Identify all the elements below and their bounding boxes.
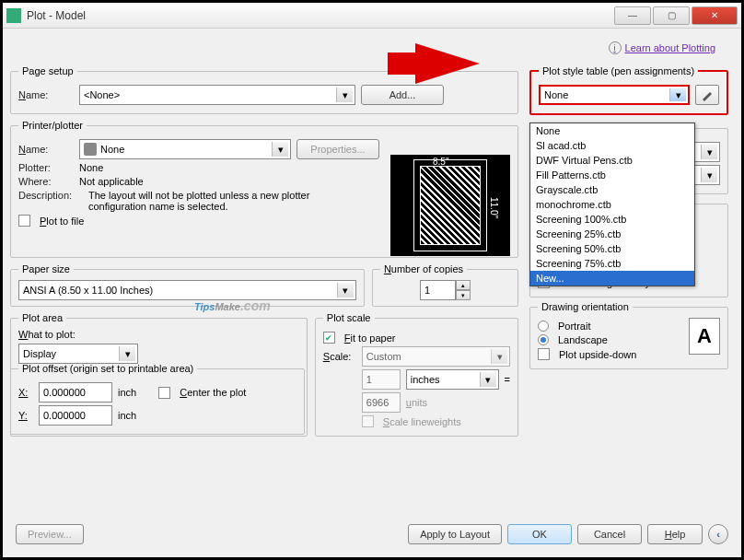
- equals-label: =: [505, 374, 510, 385]
- description-value: The layout will not be plotted unless a …: [88, 190, 328, 212]
- chevron-down-icon: ▾: [337, 283, 354, 298]
- dwg-units-input[interactable]: 6966: [362, 392, 401, 413]
- chevron-down-icon: ▾: [336, 88, 353, 102]
- window-title: Plot - Model: [27, 9, 614, 22]
- plot-style-option[interactable]: Screening 75%.ctb: [530, 256, 694, 271]
- plotter-label: Plotter:: [18, 162, 74, 173]
- chevron-down-icon: ▾: [701, 168, 717, 182]
- copies-input[interactable]: 1: [420, 280, 456, 300]
- printer-plotter-group: Printer/plotter Name: None ▾ Properties.…: [10, 120, 518, 258]
- paper-size-legend: Paper size: [18, 263, 74, 274]
- plot-dialog: Plot - Model — ▢ ✕ i Learn about Plottin…: [0, 0, 744, 560]
- plotter-value: None: [79, 162, 103, 173]
- what-to-plot-label: What to plot:: [18, 329, 299, 340]
- x-unit: inch: [118, 387, 136, 398]
- plot-offset-group: Plot offset (origin set to printable are…: [10, 363, 305, 435]
- scale-unit-dropdown[interactable]: inches▾: [406, 369, 499, 390]
- center-plot-checkbox[interactable]: [158, 387, 170, 399]
- landscape-radio[interactable]: [538, 334, 549, 345]
- scale-units-input[interactable]: 1: [362, 369, 401, 390]
- plot-area-legend: Plot area: [18, 312, 66, 323]
- fit-to-paper-label: Fit to paper: [344, 332, 396, 344]
- chevron-down-icon: ▾: [119, 346, 135, 361]
- drawing-orientation-group: Drawing orientation Portrait Landscape P…: [529, 301, 728, 369]
- orientation-preview-icon: A: [689, 318, 720, 355]
- x-label: X:: [18, 387, 33, 398]
- app-icon: [6, 8, 21, 23]
- properties-button[interactable]: Properties...: [296, 139, 379, 159]
- fit-to-paper-checkbox[interactable]: ✔: [323, 332, 335, 344]
- x-input[interactable]: 0.000000: [39, 382, 112, 402]
- plot-style-legend: Plot style table (pen assignments): [539, 65, 698, 76]
- chevron-down-icon: ▾: [669, 88, 686, 101]
- y-label: Y:: [18, 410, 33, 421]
- maximize-button[interactable]: ▢: [653, 6, 690, 25]
- chevron-down-icon: ▾: [701, 145, 717, 159]
- upside-down-label: Plot upside-down: [559, 349, 636, 360]
- printer-name-dropdown[interactable]: None ▾: [79, 139, 291, 159]
- learn-plotting-link[interactable]: i Learn about Plotting: [609, 41, 715, 54]
- plot-style-option[interactable]: Screening 100%.ctb: [530, 212, 694, 227]
- plot-style-option-new[interactable]: New...: [530, 271, 694, 286]
- scale-lineweights-checkbox[interactable]: [362, 415, 374, 427]
- chevron-down-icon: ▾: [491, 349, 507, 364]
- what-to-plot-dropdown[interactable]: Display ▾: [18, 344, 138, 364]
- chevron-down-icon: ▾: [480, 372, 496, 387]
- paper-size-dropdown[interactable]: ANSI A (8.50 x 11.00 Inches) ▾: [18, 280, 356, 300]
- plot-scale-group: Plot scale ✔Fit to paper Scale: Custom▾ …: [315, 312, 518, 437]
- printer-name-label: Name:: [18, 144, 74, 155]
- description-label: Description:: [18, 190, 83, 201]
- plot-to-file-checkbox[interactable]: [18, 215, 30, 227]
- chevron-down-icon: ▾: [272, 142, 288, 157]
- spinner-down[interactable]: ▾: [456, 290, 471, 300]
- plot-style-option[interactable]: Screening 50%.ctb: [530, 241, 694, 256]
- paper-preview: 8.5" 11.0": [390, 155, 510, 256]
- ok-button[interactable]: OK: [507, 524, 572, 544]
- where-label: Where:: [18, 176, 74, 187]
- portrait-label: Portrait: [558, 321, 590, 332]
- cancel-button[interactable]: Cancel: [577, 524, 642, 544]
- dwg-units-label: units: [406, 397, 427, 408]
- landscape-label: Landscape: [558, 334, 608, 345]
- plot-style-option[interactable]: Screening 25%.ctb: [530, 227, 694, 241]
- plot-offset-legend: Plot offset (origin set to printable are…: [18, 363, 197, 374]
- scale-dropdown[interactable]: Custom▾: [362, 346, 510, 367]
- orientation-legend: Drawing orientation: [538, 301, 633, 312]
- upside-down-checkbox[interactable]: [538, 348, 550, 360]
- collapse-button[interactable]: ‹: [708, 524, 728, 544]
- scale-label: Scale:: [323, 351, 356, 362]
- spinner-up[interactable]: ▴: [456, 280, 471, 290]
- help-button[interactable]: Help: [647, 524, 703, 544]
- plot-style-table-group: Plot style table (pen assignments) None …: [529, 65, 728, 115]
- minimize-button[interactable]: —: [614, 6, 651, 25]
- where-value: Not applicable: [79, 176, 144, 187]
- apply-to-layout-button[interactable]: Apply to Layout: [408, 524, 502, 544]
- page-name-dropdown[interactable]: <None> ▾: [79, 85, 355, 105]
- title-bar: Plot - Model — ▢ ✕: [3, 3, 741, 29]
- plot-style-option[interactable]: None: [530, 123, 694, 138]
- info-icon: i: [609, 41, 622, 54]
- callout-arrow-icon: [415, 43, 480, 84]
- edit-pen-button[interactable]: [695, 85, 719, 105]
- printer-legend: Printer/plotter: [18, 120, 87, 131]
- add-button[interactable]: Add...: [361, 85, 444, 105]
- printer-icon: [84, 143, 97, 156]
- y-input[interactable]: 0.000000: [39, 405, 112, 426]
- copies-legend: Number of copies: [380, 263, 467, 274]
- center-plot-label: Center the plot: [180, 387, 246, 398]
- plot-style-option[interactable]: monochrome.ctb: [530, 197, 694, 212]
- page-setup-legend: Page setup: [18, 65, 77, 76]
- plot-style-option[interactable]: Grayscale.ctb: [530, 182, 694, 197]
- y-unit: inch: [118, 410, 136, 421]
- portrait-radio[interactable]: [538, 321, 549, 332]
- preview-button[interactable]: Preview...: [16, 524, 84, 544]
- paper-size-group: Paper size ANSI A (8.50 x 11.00 Inches) …: [10, 263, 365, 307]
- plot-style-option[interactable]: Fill Patterns.ctb: [530, 168, 694, 182]
- pen-icon: [701, 88, 714, 101]
- close-button[interactable]: ✕: [692, 6, 738, 25]
- plot-style-option[interactable]: Sl acad.ctb: [530, 138, 694, 153]
- plot-style-dropdown[interactable]: None ▾: [539, 85, 690, 105]
- page-name-label: Name:: [18, 89, 74, 100]
- plot-style-dropdown-list[interactable]: None Sl acad.ctb DWF Virtual Pens.ctb Fi…: [529, 122, 695, 286]
- plot-style-option[interactable]: DWF Virtual Pens.ctb: [530, 153, 694, 168]
